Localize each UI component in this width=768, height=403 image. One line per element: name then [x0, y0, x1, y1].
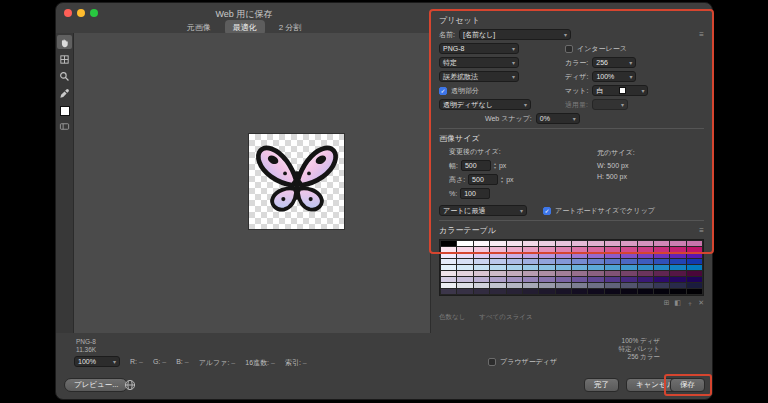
- color-swatch[interactable]: [621, 253, 636, 258]
- color-swatch[interactable]: [670, 271, 685, 276]
- color-swatch[interactable]: [670, 259, 685, 264]
- color-swatch[interactable]: [654, 259, 669, 264]
- color-swatch[interactable]: [523, 253, 538, 258]
- color-swatch[interactable]: [588, 271, 603, 276]
- color-swatch[interactable]: [670, 265, 685, 270]
- color-swatch[interactable]: [539, 253, 554, 258]
- color-swatch[interactable]: [588, 283, 603, 288]
- color-swatch[interactable]: [507, 271, 522, 276]
- color-swatch[interactable]: [605, 247, 620, 252]
- color-swatch[interactable]: [457, 247, 472, 252]
- color-swatch[interactable]: [457, 277, 472, 282]
- color-swatch[interactable]: [670, 283, 685, 288]
- color-swatch[interactable]: [507, 247, 522, 252]
- websnap-dropdown[interactable]: 0% ▾: [536, 113, 580, 124]
- color-swatch[interactable]: [490, 247, 505, 252]
- preview-button[interactable]: プレビュー...: [64, 378, 128, 392]
- color-swatch[interactable]: [441, 259, 456, 264]
- color-swatch[interactable]: [523, 289, 538, 294]
- color-swatch[interactable]: [638, 247, 653, 252]
- color-swatch[interactable]: [556, 247, 571, 252]
- color-swatch[interactable]: [654, 271, 669, 276]
- color-swatch[interactable]: [572, 271, 587, 276]
- color-swatch[interactable]: [687, 265, 702, 270]
- transparency-dither-dropdown[interactable]: 透明ディザなし ▾: [439, 99, 531, 110]
- colors-dropdown[interactable]: 256 ▾: [592, 57, 636, 68]
- color-swatch[interactable]: [638, 289, 653, 294]
- preset-name-dropdown[interactable]: [名前なし] ▾: [459, 29, 571, 40]
- color-swatch[interactable]: [474, 283, 489, 288]
- color-swatch[interactable]: [523, 277, 538, 282]
- color-swatch[interactable]: [507, 253, 522, 258]
- color-swatch[interactable]: [441, 277, 456, 282]
- color-swatch[interactable]: [687, 241, 702, 246]
- color-swatch[interactable]: [605, 271, 620, 276]
- color-swatch[interactable]: [539, 241, 554, 246]
- zoom-tool-icon[interactable]: [57, 69, 72, 83]
- color-swatch[interactable]: [474, 241, 489, 246]
- color-swatch[interactable]: [474, 265, 489, 270]
- height-input[interactable]: 500: [468, 174, 498, 185]
- color-swatch[interactable]: [474, 277, 489, 282]
- color-swatch[interactable]: [523, 265, 538, 270]
- color-swatch[interactable]: [490, 271, 505, 276]
- color-swatch[interactable]: [490, 277, 505, 282]
- delete-color-icon[interactable]: ✕: [698, 299, 704, 309]
- color-swatch[interactable]: [556, 259, 571, 264]
- color-swatch[interactable]: [670, 277, 685, 282]
- color-swatch[interactable]: [605, 277, 620, 282]
- hand-tool-icon[interactable]: [57, 35, 72, 49]
- color-swatch[interactable]: [457, 241, 472, 246]
- color-swatch[interactable]: [687, 289, 702, 294]
- color-swatch[interactable]: [556, 283, 571, 288]
- color-swatch[interactable]: [556, 253, 571, 258]
- color-swatch[interactable]: [556, 265, 571, 270]
- percent-input[interactable]: 100: [460, 188, 490, 199]
- color-swatch[interactable]: [507, 283, 522, 288]
- color-swatch[interactable]: [605, 253, 620, 258]
- color-swatch[interactable]: [556, 271, 571, 276]
- color-swatch[interactable]: [621, 283, 636, 288]
- color-swatch[interactable]: [441, 265, 456, 270]
- preview-canvas[interactable]: [74, 33, 432, 333]
- color-swatch[interactable]: [605, 241, 620, 246]
- color-swatch[interactable]: [572, 277, 587, 282]
- color-swatch[interactable]: [588, 289, 603, 294]
- color-swatch[interactable]: [556, 241, 571, 246]
- color-swatch[interactable]: [474, 253, 489, 258]
- color-swatch[interactable]: [474, 247, 489, 252]
- color-swatch[interactable]: [588, 277, 603, 282]
- color-swatch[interactable]: [687, 283, 702, 288]
- websnap-color-icon[interactable]: ⊞: [664, 299, 670, 309]
- color-swatch[interactable]: [572, 283, 587, 288]
- color-swatch[interactable]: [572, 265, 587, 270]
- color-swatch[interactable]: [441, 283, 456, 288]
- zoom-level-dropdown[interactable]: 100% ▾: [74, 356, 120, 367]
- add-color-icon[interactable]: ＋: [686, 299, 693, 309]
- color-swatch[interactable]: [588, 241, 603, 246]
- color-swatch[interactable]: [687, 253, 702, 258]
- color-swatch[interactable]: [457, 283, 472, 288]
- color-swatch[interactable]: [621, 259, 636, 264]
- toggle-slices-visibility-icon[interactable]: [57, 119, 72, 133]
- color-swatch[interactable]: [638, 259, 653, 264]
- color-swatch[interactable]: [687, 247, 702, 252]
- transparency-checkbox[interactable]: ✓: [439, 87, 447, 95]
- dither-amount-dropdown[interactable]: 100% ▾: [592, 71, 636, 82]
- color-swatch[interactable]: [490, 289, 505, 294]
- color-swatch[interactable]: [638, 283, 653, 288]
- color-swatch[interactable]: [539, 265, 554, 270]
- eyedropper-tool-icon[interactable]: [57, 86, 72, 100]
- color-swatch[interactable]: [507, 259, 522, 264]
- color-swatch[interactable]: [490, 253, 505, 258]
- color-swatch[interactable]: [687, 277, 702, 282]
- color-swatch[interactable]: [638, 241, 653, 246]
- color-reduction-dropdown[interactable]: 特定 ▾: [439, 57, 519, 68]
- color-swatch[interactable]: [654, 289, 669, 294]
- color-swatch[interactable]: [572, 247, 587, 252]
- height-stepper[interactable]: ▴▾: [501, 176, 503, 184]
- interlace-checkbox[interactable]: [565, 45, 573, 53]
- color-swatch[interactable]: [490, 259, 505, 264]
- color-swatch[interactable]: [523, 247, 538, 252]
- color-swatch[interactable]: [654, 247, 669, 252]
